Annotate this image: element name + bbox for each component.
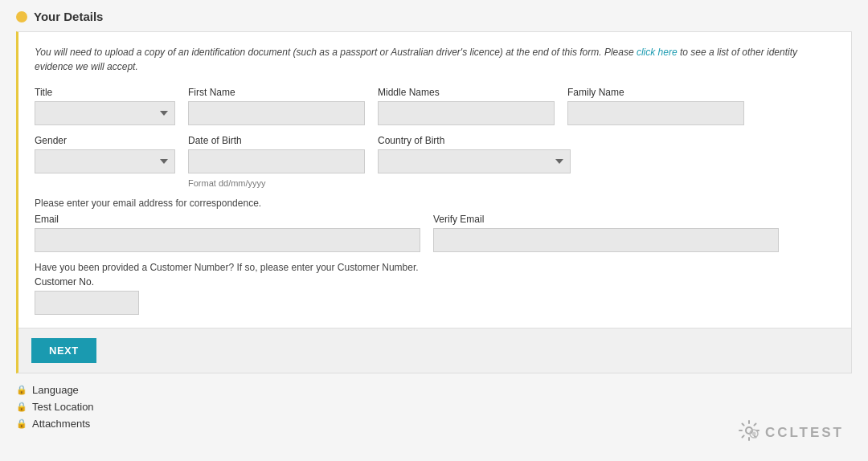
info-text: You will need to upload a copy of an ide…: [35, 45, 835, 74]
middlenames-input[interactable]: [378, 101, 555, 125]
dob-input[interactable]: [188, 149, 365, 173]
lock-icon-attachments: 🔒: [16, 418, 27, 429]
dob-hint: Format dd/mm/yyyy: [188, 178, 365, 188]
customer-group: Customer No.: [35, 276, 139, 315]
country-select[interactable]: Australia: [378, 149, 571, 173]
title-label: Title: [35, 87, 175, 98]
logo-icon: [738, 419, 760, 447]
gender-group: Gender Male Female: [35, 135, 175, 173]
dot-icon: [16, 11, 27, 22]
firstname-label: First Name: [188, 87, 365, 98]
email-input[interactable]: [35, 228, 420, 252]
footer-logo: CCLTEST: [738, 419, 844, 447]
sidebar-label-language: Language: [32, 384, 79, 396]
gender-label: Gender: [35, 135, 175, 146]
sidebar-item-attachments: 🔒 Attachments: [16, 415, 852, 432]
customer-label: Customer No.: [35, 276, 139, 288]
firstname-input[interactable]: [188, 101, 365, 125]
dob-group: Date of Birth Format dd/mm/yyyy: [188, 135, 365, 188]
middlenames-label: Middle Names: [378, 87, 555, 98]
verify-email-group: Verify Email: [433, 214, 795, 252]
verify-email-label: Verify Email: [433, 214, 795, 225]
sidebar-item-test-location: 🔒 Test Location: [16, 398, 852, 415]
customer-note: Have you been provided a Customer Number…: [35, 262, 835, 273]
button-area: NEXT: [18, 328, 851, 373]
section-title: Your Details: [34, 10, 103, 23]
dob-label: Date of Birth: [188, 135, 365, 146]
info-text-before: You will need to upload a copy of an ide…: [35, 47, 637, 58]
customer-input[interactable]: [35, 291, 139, 315]
email-group: Email: [35, 214, 420, 252]
gender-dob-row: Gender Male Female Date of Birth Format …: [35, 135, 835, 188]
click-here-link[interactable]: click here: [637, 47, 678, 58]
email-row: Email Verify Email: [35, 214, 835, 252]
customer-row: Customer No.: [35, 276, 835, 315]
familyname-label: Family Name: [567, 87, 744, 98]
title-select[interactable]: Mr Mrs Ms Dr: [35, 101, 175, 125]
sidebar-items: 🔒 Language 🔒 Test Location 🔒 Attachments: [16, 381, 852, 432]
email-note: Please enter your email address for corr…: [35, 198, 835, 209]
middlenames-group: Middle Names: [378, 87, 555, 125]
familyname-group: Family Name: [567, 87, 744, 125]
familyname-input[interactable]: [567, 101, 744, 125]
logo-text: CCLTEST: [765, 425, 844, 441]
gender-select[interactable]: Male Female: [35, 149, 175, 173]
page-wrapper: Your Details You will need to upload a c…: [0, 0, 868, 461]
country-label: Country of Birth: [378, 135, 587, 146]
name-row: Title Mr Mrs Ms Dr First Name Middle Nam…: [35, 87, 835, 125]
lock-icon-language: 🔒: [16, 385, 27, 395]
firstname-group: First Name: [188, 87, 365, 125]
section-header: Your Details: [16, 10, 852, 23]
next-button[interactable]: NEXT: [31, 338, 96, 363]
email-label: Email: [35, 214, 420, 225]
country-group: Country of Birth Australia: [378, 135, 587, 173]
svg-point-2: [751, 432, 755, 436]
form-container: You will need to upload a copy of an ide…: [16, 31, 852, 373]
sidebar-item-language: 🔒 Language: [16, 381, 852, 398]
verify-email-input[interactable]: [433, 228, 779, 252]
lock-icon-test-location: 🔒: [16, 402, 27, 412]
title-group: Title Mr Mrs Ms Dr: [35, 87, 175, 125]
sidebar-label-attachments: Attachments: [32, 418, 90, 430]
sidebar-label-test-location: Test Location: [32, 401, 94, 413]
